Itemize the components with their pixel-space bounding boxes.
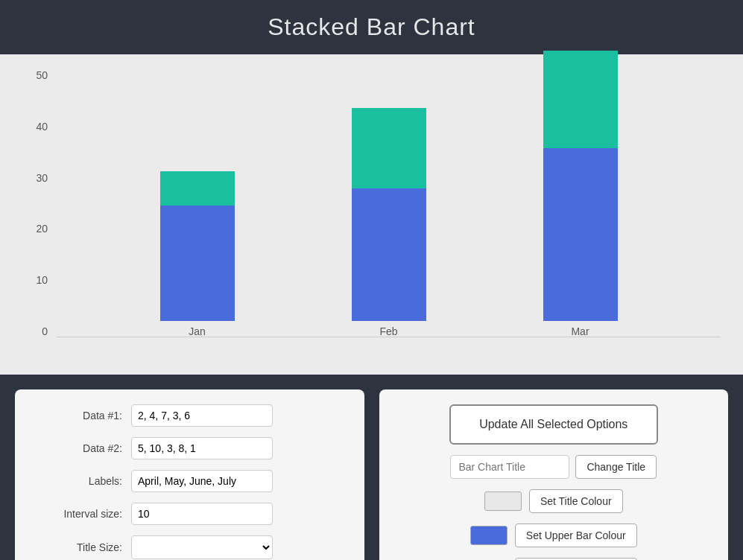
bar-upper-feb [352, 188, 426, 321]
bar-group-jan: Jan [160, 171, 235, 337]
chart-area: 0 10 20 30 40 50 Jan [0, 54, 743, 375]
title-size-label: Title Size: [33, 541, 122, 553]
bars-area: Jan Feb Mar [57, 69, 721, 337]
bar-stack-mar [543, 51, 618, 321]
data2-input[interactable] [131, 437, 273, 459]
bar-label-feb: Feb [379, 325, 397, 337]
interval-input[interactable] [131, 503, 273, 525]
bar-group-mar: Mar [543, 51, 618, 337]
controls-area: Data #1: Data #2: Labels: Interval size:… [0, 375, 743, 560]
y-label-0: 0 [22, 325, 52, 337]
bar-lower-jan [160, 171, 235, 206]
y-label-20: 20 [22, 223, 52, 235]
bar-lower-feb [352, 108, 426, 188]
title-colour-row: Set Title Colour [397, 489, 711, 513]
bar-upper-jan [160, 206, 235, 321]
y-label-40: 40 [22, 121, 52, 133]
data2-label: Data #2: [33, 442, 122, 454]
header: Stacked Bar Chart [0, 0, 743, 54]
y-label-10: 10 [22, 274, 52, 286]
chart-container: 0 10 20 30 40 50 Jan [22, 69, 721, 360]
bar-chart-title-input[interactable] [450, 455, 569, 479]
bar-group-feb: Feb [352, 108, 426, 337]
bar-stack-feb [352, 108, 426, 321]
y-label-30: 30 [22, 172, 52, 184]
y-label-50: 50 [22, 69, 52, 81]
labels-label: Labels: [33, 475, 122, 487]
update-all-button[interactable]: Update All Selected Options [449, 404, 658, 445]
title-change-row: Change Title [397, 455, 711, 479]
right-panel: Update All Selected Options Change Title… [379, 389, 729, 560]
upper-colour-row: Set Upper Bar Colour [397, 524, 711, 547]
bar-stack-jan [160, 171, 235, 321]
bar-label-jan: Jan [189, 325, 206, 337]
title-size-select[interactable] [131, 535, 273, 559]
data1-row: Data #1: [33, 404, 347, 427]
title-colour-swatch [484, 491, 522, 511]
change-title-button[interactable]: Change Title [575, 455, 657, 479]
set-upper-bar-colour-button[interactable]: Set Upper Bar Colour [515, 524, 637, 547]
title-size-row: Title Size: [33, 535, 347, 559]
interval-row: Interval size: [33, 503, 347, 525]
labels-row: Labels: [33, 470, 347, 492]
left-panel: Data #1: Data #2: Labels: Interval size:… [15, 389, 364, 560]
labels-input[interactable] [131, 470, 273, 492]
data1-input[interactable] [131, 404, 273, 427]
set-title-colour-button[interactable]: Set Title Colour [529, 489, 623, 513]
interval-label: Interval size: [33, 508, 122, 520]
upper-colour-swatch [470, 526, 508, 545]
bar-lower-mar [543, 51, 618, 148]
y-axis: 0 10 20 30 40 50 [22, 69, 52, 337]
data1-label: Data #1: [33, 410, 122, 421]
bar-label-mar: Mar [571, 325, 589, 337]
bar-upper-mar [543, 148, 618, 321]
page-title: Stacked Bar Chart [0, 13, 743, 41]
data2-row: Data #2: [33, 437, 347, 459]
